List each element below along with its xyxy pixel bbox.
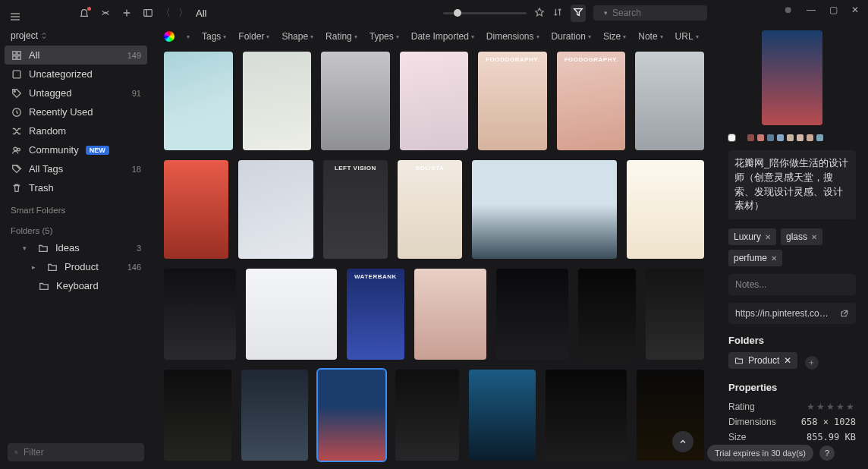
swatch[interactable] xyxy=(728,134,735,141)
thumbnail[interactable] xyxy=(627,160,704,259)
filter-rating[interactable]: Rating ▾ xyxy=(326,31,357,42)
thumbnail[interactable] xyxy=(635,52,704,150)
url-field[interactable]: https://in.pinterest.com/pin/ xyxy=(728,303,856,324)
thumbnail[interactable]: SOL/STA xyxy=(398,160,462,259)
filter-folder[interactable]: Folder ▾ xyxy=(238,31,269,42)
sidebar-item-untagged[interactable]: Untagged91 xyxy=(0,83,152,102)
sidebar-item-all[interactable]: All149 xyxy=(5,46,147,65)
filter-icon[interactable] xyxy=(571,5,586,22)
thumbnail[interactable] xyxy=(238,160,313,259)
nav-forward[interactable]: 〉 xyxy=(178,6,188,20)
filter-url[interactable]: URL ▾ xyxy=(675,31,699,42)
filter-note[interactable]: Note ▾ xyxy=(638,31,662,42)
sidebar-item-trash[interactable]: Trash xyxy=(0,178,152,197)
sidebar-item-label: Random xyxy=(29,125,66,137)
remove-tag-icon[interactable]: ✕ xyxy=(771,254,777,263)
remove-tag-icon[interactable]: ✕ xyxy=(765,233,771,241)
thumbnail[interactable]: FOODOGRAPHY. xyxy=(557,52,626,150)
remove-tag-icon[interactable]: ✕ xyxy=(811,233,817,241)
scroll-top-button[interactable] xyxy=(672,431,693,452)
thumbnail[interactable] xyxy=(414,269,486,360)
sidebar-item-community[interactable]: CommunityNEW xyxy=(0,140,152,159)
thumbnail[interactable] xyxy=(164,160,228,259)
zoom-slider[interactable] xyxy=(443,12,527,14)
filter-bar: ▾ Tags ▾Folder ▾Shape ▾Rating ▾Types ▾Da… xyxy=(152,26,716,47)
filter-input[interactable] xyxy=(24,447,137,458)
search-box[interactable]: ▾ xyxy=(593,5,707,20)
thumbnail[interactable] xyxy=(164,370,231,461)
user-icon[interactable]: ⏺ xyxy=(784,5,793,15)
swatch[interactable] xyxy=(757,134,764,141)
star-rating[interactable]: ★★★★★ xyxy=(807,401,856,412)
folder-product[interactable]: ▸ Product 146 xyxy=(0,257,152,276)
swatch[interactable] xyxy=(767,134,774,141)
swatch[interactable] xyxy=(747,134,754,141)
thumbnail[interactable] xyxy=(496,269,568,360)
filter-shape[interactable]: Shape ▾ xyxy=(281,31,313,42)
preview-thumbnail[interactable] xyxy=(762,30,822,125)
swatch[interactable] xyxy=(797,134,804,141)
thumbnail[interactable] xyxy=(243,52,312,150)
thumbnail[interactable]: LEFT VISION xyxy=(323,160,388,259)
folder-icon xyxy=(46,261,58,272)
thumbnail[interactable] xyxy=(646,269,704,360)
add-folder-button[interactable]: ＋ xyxy=(805,356,819,370)
thumbnail[interactable] xyxy=(578,269,637,360)
folder-ideas[interactable]: ▾ Ideas 3 xyxy=(0,238,152,257)
swatch[interactable] xyxy=(816,134,823,141)
thumbnail[interactable] xyxy=(637,370,704,461)
filter-date-imported[interactable]: Date Imported ▾ xyxy=(411,31,474,42)
color-filter-icon[interactable] xyxy=(164,31,175,42)
folders-header[interactable]: Folders (5) xyxy=(0,218,152,238)
sidebar-item-recently-used[interactable]: Recently Used xyxy=(0,102,152,121)
project-selector[interactable]: project xyxy=(0,30,152,46)
thumbnail[interactable] xyxy=(164,52,233,150)
prop-rating[interactable]: Rating ★★★★★ xyxy=(728,399,856,414)
item-title[interactable]: 花瓣网_陪你做生活的设计师（创意灵感天堂，搜索、发现设计灵感、设计素材） xyxy=(728,150,856,219)
thumbnail[interactable] xyxy=(241,370,309,461)
svg-point-8 xyxy=(14,147,17,150)
trial-banner[interactable]: Trial expires in 30 day(s) xyxy=(707,445,813,461)
sidebar-filter[interactable] xyxy=(8,443,144,461)
sidebar-item-random[interactable]: Random xyxy=(0,121,152,140)
sort-icon[interactable] xyxy=(552,7,563,20)
folder-keyboard[interactable]: Keyboard xyxy=(0,276,152,295)
thumbnail[interactable]: FOODOGRAPHY. xyxy=(478,52,547,150)
breadcrumb: All xyxy=(196,8,206,19)
sidebar-item-all-tags[interactable]: All Tags18 xyxy=(0,159,152,178)
sidebar-item-uncategorized[interactable]: Uncategorized xyxy=(0,65,152,83)
thumbnail[interactable] xyxy=(546,370,627,461)
help-button[interactable]: ? xyxy=(819,445,835,461)
swatch[interactable] xyxy=(777,134,784,141)
remove-folder-icon[interactable]: ✕ xyxy=(784,355,791,366)
folder-chip[interactable]: Product ✕ xyxy=(728,352,797,369)
filter-size[interactable]: Size ▾ xyxy=(603,31,626,42)
thumbnail[interactable] xyxy=(395,370,459,461)
thumbnail[interactable] xyxy=(400,52,469,150)
tag-perfume[interactable]: perfume ✕ xyxy=(728,250,782,266)
thumbnail[interactable]: WATERBANK xyxy=(347,269,405,360)
notes-field[interactable]: Notes... xyxy=(728,274,856,295)
thumbnail[interactable] xyxy=(469,370,536,461)
close-button[interactable]: ✕ xyxy=(851,5,859,15)
filter-duration[interactable]: Duration ▾ xyxy=(552,31,591,42)
minimize-button[interactable]: — xyxy=(807,5,816,15)
filter-tags[interactable]: Tags ▾ xyxy=(202,31,226,42)
filter-dimensions[interactable]: Dimensions ▾ xyxy=(486,31,539,42)
sidebar-item-label: All Tags xyxy=(29,163,63,175)
thumbnail[interactable] xyxy=(321,52,390,150)
nav-back[interactable]: 〈 xyxy=(161,6,171,20)
search-input[interactable] xyxy=(612,8,726,18)
swatch[interactable] xyxy=(807,134,813,141)
action-icon-1[interactable] xyxy=(534,7,545,20)
thumbnail[interactable] xyxy=(246,269,337,360)
swatch[interactable] xyxy=(787,134,794,141)
thumbnail[interactable] xyxy=(164,269,236,360)
tag-luxury[interactable]: Luxury ✕ xyxy=(728,228,776,245)
folder-icon xyxy=(38,280,49,291)
thumbnail[interactable] xyxy=(318,370,385,461)
thumbnail[interactable] xyxy=(472,160,617,259)
maximize-button[interactable]: ▢ xyxy=(829,5,838,15)
filter-types[interactable]: Types ▾ xyxy=(370,31,399,42)
tag-glass[interactable]: glass ✕ xyxy=(781,228,822,245)
